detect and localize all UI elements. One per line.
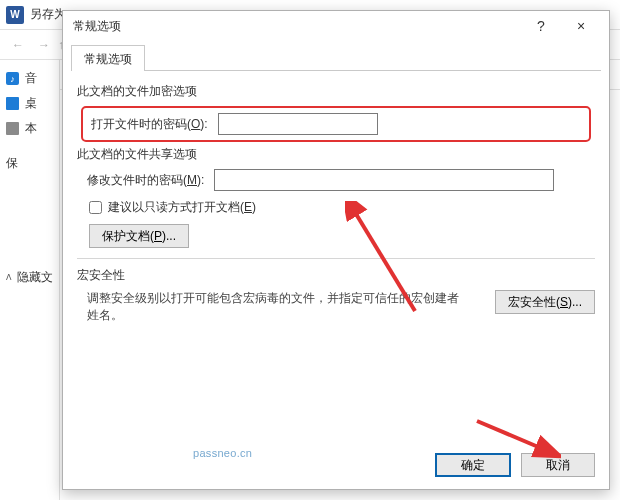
encryption-section-label: 此文档的文件加密选项	[77, 83, 595, 100]
macro-section: 宏安全性 调整安全级别以打开可能包含宏病毒的文件，并指定可信任的宏创建者姓名。 …	[77, 267, 595, 324]
nav-back-icon[interactable]: ←	[12, 38, 24, 52]
sidebar-item-music[interactable]: ♪ 音	[0, 66, 59, 91]
protect-document-button[interactable]: 保护文档(P)...	[89, 224, 189, 248]
modify-password-input[interactable]	[214, 169, 554, 191]
svg-line-1	[477, 421, 543, 449]
open-password-label: 打开文件时的密码(O):	[91, 116, 208, 133]
open-password-input[interactable]	[218, 113, 378, 135]
sidebar-item-desktop[interactable]: 桌	[0, 91, 59, 116]
macro-section-label: 宏安全性	[77, 267, 595, 284]
sidebar-label: 桌	[25, 95, 37, 112]
bg-title-text: 另存为	[30, 6, 66, 23]
macro-desc: 调整安全级别以打开可能包含宏病毒的文件，并指定可信任的宏创建者姓名。	[87, 290, 467, 324]
help-button[interactable]: ?	[521, 12, 561, 40]
divider	[77, 258, 595, 259]
dlg-titlebar: 常规选项 ? ×	[63, 11, 609, 41]
bg-sidebar: ♪ 音 桌 本 保 ᐱ 隐藏文	[0, 60, 60, 500]
ok-label: 确定	[461, 457, 485, 474]
dialog-footer: 确定 取消	[435, 453, 595, 477]
cancel-button[interactable]: 取消	[521, 453, 595, 477]
share-section: 此文档的文件共享选项 修改文件时的密码(M): 建议以只读方式打开文档(E) 保…	[77, 146, 595, 248]
readonly-checkbox[interactable]: 建议以只读方式打开文档(E)	[89, 199, 595, 216]
open-password-row-highlight: 打开文件时的密码(O):	[81, 106, 591, 142]
general-options-dialog: 常规选项 ? × 常规选项 此文档的文件加密选项 打开文件时的密码(O): 此文…	[62, 10, 610, 490]
word-icon: W	[6, 6, 24, 24]
dlg-title: 常规选项	[73, 18, 121, 35]
nav-forward-icon[interactable]: →	[38, 38, 50, 52]
close-button[interactable]: ×	[561, 12, 601, 40]
ok-button[interactable]: 确定	[435, 453, 511, 477]
encryption-section: 此文档的文件加密选项 打开文件时的密码(O):	[77, 83, 595, 142]
readonly-check-input[interactable]	[89, 201, 102, 214]
hide-folders-button[interactable]: ᐱ 隐藏文	[0, 265, 59, 290]
tab-general[interactable]: 常规选项	[71, 45, 145, 71]
tab-label: 常规选项	[84, 52, 132, 66]
sidebar-item-thispc[interactable]: 本	[0, 116, 59, 141]
sidebar-label: 音	[25, 70, 37, 87]
tab-strip: 常规选项	[63, 41, 609, 71]
readonly-check-label: 建议以只读方式打开文档(E)	[108, 199, 256, 216]
watermark: passneo.cn	[193, 447, 252, 459]
sidebar-item-secure[interactable]: 保	[0, 151, 59, 176]
macro-security-button[interactable]: 宏安全性(S)...	[495, 290, 595, 314]
share-section-label: 此文档的文件共享选项	[77, 146, 595, 163]
chevron-icon: ᐱ	[6, 273, 11, 282]
music-icon: ♪	[6, 72, 19, 85]
hide-folders-label: 隐藏文	[17, 269, 53, 286]
modify-password-label: 修改文件时的密码(M):	[87, 172, 204, 189]
sidebar-label: 保	[6, 155, 18, 172]
disk-icon	[6, 122, 19, 135]
sidebar-label: 本	[25, 120, 37, 137]
cancel-label: 取消	[546, 457, 570, 474]
desktop-icon	[6, 97, 19, 110]
